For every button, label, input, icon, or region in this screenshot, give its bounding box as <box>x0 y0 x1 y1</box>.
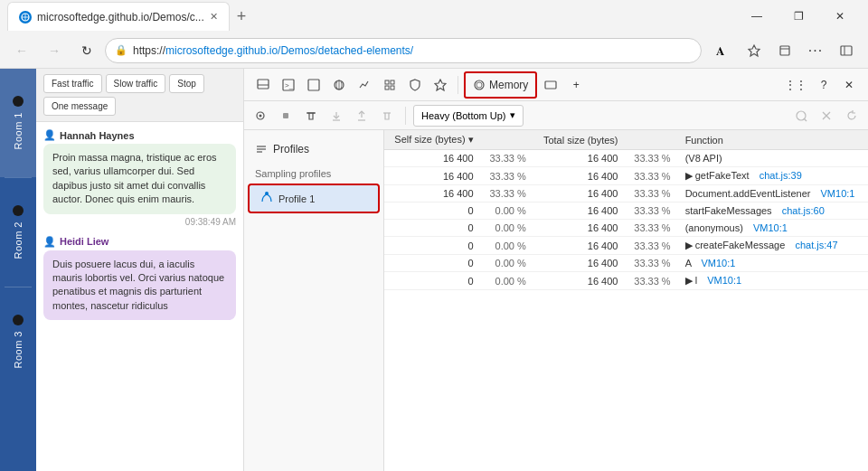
stop-recording-button[interactable] <box>275 105 297 127</box>
sort-icon-self-size: ▾ <box>468 134 474 145</box>
dt-close-button[interactable]: ✕ <box>837 73 861 97</box>
col-self-size[interactable]: Self size (bytes) ▾ <box>384 130 481 150</box>
dt-network-btn[interactable] <box>327 73 351 97</box>
cell-self-size-1: 16 400 <box>384 167 481 185</box>
svg-rect-17 <box>385 80 389 84</box>
col-total-size[interactable]: Total size (bytes) <box>533 130 626 150</box>
refresh-snapshot-button[interactable] <box>841 105 863 127</box>
fn-link-6[interactable]: VM10:1 <box>701 258 735 268</box>
restore-button[interactable]: ❐ <box>778 2 819 31</box>
room-item-1[interactable]: Room 1 <box>0 69 36 177</box>
table-row: 16 400 33.33 % 16 400 33.33 % ▶ getFakeT… <box>384 167 868 185</box>
filter-snapshot-button[interactable] <box>790 105 812 127</box>
chat-area: Fast traffic Slow traffic Stop One messa… <box>36 69 244 471</box>
dt-sub-separator <box>405 107 406 125</box>
col-total-size-label: Total size (bytes) <box>543 135 618 146</box>
rooms-sidebar: Room 1 Room 2 Room 3 <box>0 69 36 471</box>
dt-more-button[interactable]: ⋮⋮ <box>781 73 810 97</box>
cell-self-pct-0: 33.33 % <box>481 150 533 167</box>
cell-self-pct-1: 33.33 % <box>481 167 533 185</box>
dt-security-btn[interactable] <box>403 73 427 97</box>
svg-marker-21 <box>435 80 446 90</box>
user-icon-heidi: 👤 <box>43 236 56 248</box>
room-item-3[interactable]: Room 3 <box>0 287 36 396</box>
fn-link-2[interactable]: VM10:1 <box>821 188 855 199</box>
cell-total-size-6: 16 400 <box>533 255 626 272</box>
fn-name-5: ▶ createFakeMessage <box>685 240 786 250</box>
browser-window: microsoftedge.github.io/Demos/c... ✕ + —… <box>0 0 868 471</box>
new-tab-button[interactable]: + <box>230 4 254 30</box>
svg-rect-7 <box>841 46 852 55</box>
save-profile-button[interactable] <box>351 105 373 127</box>
msg-text-hannah: Proin massa magna, tristique ac eros sed… <box>52 152 217 204</box>
address-domain: microsoftedge.github.io <box>165 44 278 57</box>
dt-application-btn[interactable] <box>378 73 401 97</box>
main-content: Room 1 Room 2 Room 3 Fast traffic Slow t… <box>0 69 868 471</box>
clear-profiles-button[interactable] <box>300 105 322 127</box>
cell-self-pct-7: 0.00 % <box>481 272 533 290</box>
room-item-2[interactable]: Room 2 <box>0 178 36 287</box>
fn-name-6: A <box>685 258 692 268</box>
fn-link-4[interactable]: VM10:1 <box>753 222 788 233</box>
more-button[interactable]: ··· <box>801 36 830 65</box>
browser-tab[interactable]: microsoftedge.github.io/Demos/c... ✕ <box>7 2 230 31</box>
cell-fn-7: ▶ l VM10:1 <box>678 272 868 290</box>
dt-performance-btn[interactable] <box>353 73 376 97</box>
collections-button[interactable] <box>770 36 799 65</box>
stop-button[interactable]: Stop <box>169 74 204 93</box>
cell-self-size-4: 0 <box>384 220 481 237</box>
profile-item-1[interactable]: Profile 1 <box>250 185 378 212</box>
room-dot-3 <box>13 315 24 325</box>
svg-line-31 <box>804 118 807 121</box>
address-bar[interactable]: 🔒 https://microsoftedge.github.io/Demos/… <box>105 38 702 63</box>
cell-self-pct-3: 0.00 % <box>481 203 533 220</box>
svg-rect-18 <box>391 80 394 84</box>
forward-button[interactable]: → <box>40 36 69 65</box>
load-profile-button[interactable] <box>326 105 347 127</box>
dt-sources-btn[interactable] <box>302 73 326 97</box>
action-buttons-bar: Fast traffic Slow traffic Stop One messa… <box>36 69 243 122</box>
dt-inspect-btn[interactable] <box>251 73 275 97</box>
fn-name-4: (anonymous) <box>685 222 743 233</box>
memory-label: Memory <box>489 79 528 91</box>
cell-total-size-2: 16 400 <box>533 185 626 203</box>
devtools-panel: >_ <box>244 69 868 471</box>
dt-plus-btn[interactable]: + <box>564 73 588 97</box>
read-aloud-button[interactable]: 𝐀 <box>709 36 738 65</box>
favorites-button[interactable] <box>740 36 769 65</box>
cell-total-pct-0: 33.33 % <box>625 150 677 167</box>
back-button[interactable]: ← <box>7 36 36 65</box>
fn-link-1[interactable]: chat.js:39 <box>760 170 802 181</box>
dt-appid-btn[interactable] <box>539 73 562 97</box>
take-snapshot-button[interactable] <box>250 105 271 127</box>
dt-lighthouse-btn[interactable] <box>429 73 452 97</box>
cell-fn-0: (V8 API) <box>678 150 868 167</box>
message-hannah: 👤 Hannah Haynes Proin massa magna, trist… <box>43 129 236 227</box>
dt-help-button[interactable]: ? <box>812 73 835 97</box>
dt-console-btn[interactable]: >_ <box>277 73 300 97</box>
one-message-button[interactable]: One message <box>43 97 116 116</box>
view-dropdown[interactable]: Heavy (Bottom Up) ▾ <box>413 105 524 127</box>
memory-button[interactable]: Memory <box>466 73 535 97</box>
svg-marker-4 <box>749 45 760 56</box>
table-row: 0 0.00 % 16 400 33.33 % A VM10:1 <box>384 255 868 272</box>
refresh-button[interactable]: ↻ <box>72 36 101 65</box>
msg-bubble-hannah: Proin massa magna, tristique ac eros sed… <box>43 144 236 214</box>
close-button[interactable]: ✕ <box>819 2 861 31</box>
dt-separator-1 <box>458 76 458 94</box>
nav-right-icons: 𝐀 ··· <box>709 36 861 65</box>
tab-close-button[interactable]: ✕ <box>210 11 218 23</box>
fn-link-3[interactable]: chat.js:60 <box>782 205 825 216</box>
col-self-pct <box>481 130 533 150</box>
svg-rect-13 <box>308 80 319 90</box>
fast-traffic-button[interactable]: Fast traffic <box>43 74 102 93</box>
fn-link-7[interactable]: VM10:1 <box>707 275 741 286</box>
minimize-button[interactable]: — <box>736 2 778 31</box>
profiles-icon <box>255 143 268 155</box>
fn-link-5[interactable]: chat.js:47 <box>795 240 837 250</box>
close-snapshot-button[interactable] <box>816 105 837 127</box>
delete-profile-button[interactable] <box>376 105 398 127</box>
cell-total-pct-1: 33.33 % <box>625 167 677 185</box>
sidebar-toggle-button[interactable] <box>832 36 861 65</box>
slow-traffic-button[interactable]: Slow traffic <box>106 74 166 93</box>
